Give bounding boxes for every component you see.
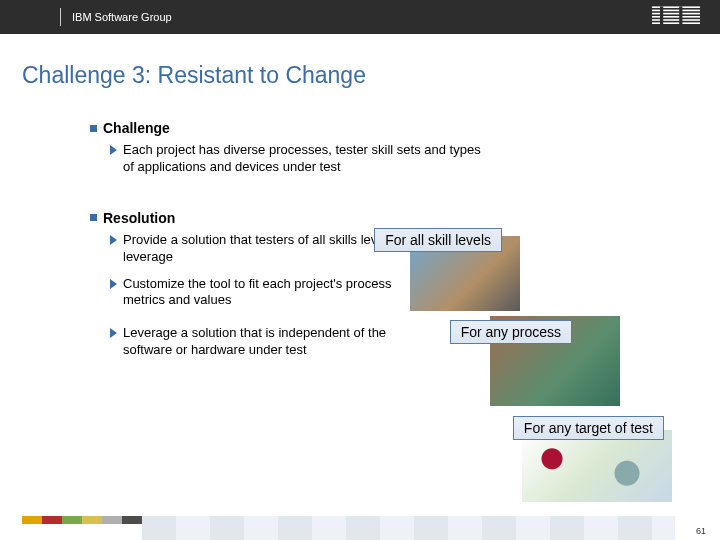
color-block-icon <box>122 516 142 524</box>
svg-rect-7 <box>679 6 682 25</box>
illustration-targets <box>522 430 672 502</box>
challenge-item-text: Each project has diverse processes, test… <box>123 142 490 176</box>
ibm-logo-icon <box>652 6 700 26</box>
color-block-icon <box>42 516 62 524</box>
challenge-section: Challenge Each project has diverse proce… <box>90 120 690 176</box>
color-block-icon <box>82 516 102 524</box>
challenge-heading-text: Challenge <box>103 120 170 136</box>
resolution-heading: Resolution <box>90 210 690 226</box>
svg-rect-5 <box>652 22 700 24</box>
group-label: IBM Software Group <box>72 11 172 23</box>
page-title: Challenge 3: Resistant to Change <box>22 62 720 89</box>
resolution-item: Customize the tool to fit each project's… <box>110 276 420 310</box>
content-area: Challenge Each project has diverse proce… <box>90 120 690 500</box>
triangle-bullet-icon <box>110 328 117 338</box>
header-bar: IBM Software Group <box>0 0 720 34</box>
square-bullet-icon <box>90 125 97 132</box>
svg-rect-3 <box>652 16 700 18</box>
page-number: 61 <box>696 526 706 536</box>
footer-strip <box>142 516 675 540</box>
triangle-bullet-icon <box>110 279 117 289</box>
footer: 61 <box>0 516 720 540</box>
svg-rect-6 <box>660 6 663 25</box>
resolution-item: Leverage a solution that is independent … <box>110 325 420 359</box>
callout-skill-levels: For all skill levels <box>374 228 502 252</box>
resolution-heading-text: Resolution <box>103 210 175 226</box>
callout-target: For any target of test <box>513 416 664 440</box>
challenge-item: Each project has diverse processes, test… <box>110 142 490 176</box>
color-block-icon <box>102 516 122 524</box>
color-block-icon <box>62 516 82 524</box>
svg-rect-1 <box>652 10 700 12</box>
square-bullet-icon <box>90 214 97 221</box>
callout-process: For any process <box>450 320 572 344</box>
resolution-item-text: Customize the tool to fit each project's… <box>123 276 420 310</box>
triangle-bullet-icon <box>110 235 117 245</box>
color-block-icon <box>22 516 42 524</box>
svg-rect-4 <box>652 19 700 21</box>
svg-rect-0 <box>652 6 700 8</box>
challenge-heading: Challenge <box>90 120 690 136</box>
resolution-item-text: Leverage a solution that is independent … <box>123 325 420 359</box>
triangle-bullet-icon <box>110 145 117 155</box>
svg-rect-2 <box>652 13 700 15</box>
